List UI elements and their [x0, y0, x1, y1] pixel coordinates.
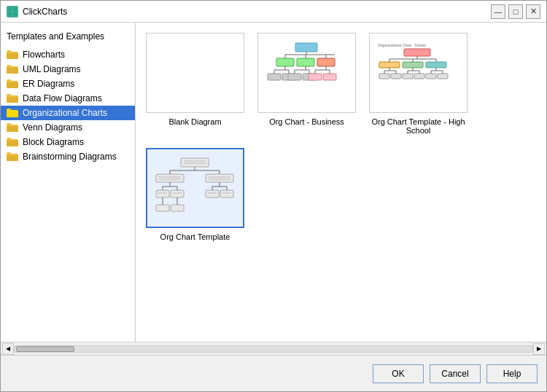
template-blank[interactable]: Blank Diagram [143, 30, 247, 138]
template-org-template[interactable]: Org Chart Template [143, 145, 247, 244]
close-button[interactable]: ✕ [526, 4, 540, 19]
svg-rect-46 [438, 74, 448, 79]
scrollbar-area: ◀ ▶ [1, 342, 546, 355]
sidebar-item-label: Data Flow Diagrams [23, 93, 102, 103]
svg-rect-43 [403, 74, 413, 79]
ok-button[interactable]: OK [373, 364, 424, 383]
svg-rect-6 [297, 58, 314, 66]
template-org-business[interactable]: Org Chart - Business [255, 30, 359, 138]
titlebar-left: ClickCharts [7, 6, 67, 17]
minimize-button[interactable]: — [491, 4, 505, 19]
svg-rect-3 [13, 12, 17, 16]
svg-rect-18 [323, 74, 336, 80]
svg-rect-5 [276, 58, 294, 66]
sidebar-item-label: ER Diagrams [23, 79, 74, 89]
svg-rect-78 [220, 190, 233, 197]
content-area: Templates and Examples Flowcharts UML Di… [1, 23, 546, 342]
help-button[interactable]: Help [486, 364, 538, 383]
bottom-bar: OK Cancel Help [1, 355, 546, 391]
main-window: ClickCharts — □ ✕ Templates and Examples… [0, 0, 547, 392]
folder-icon [7, 152, 18, 161]
scrollbar-track [14, 345, 533, 353]
svg-rect-4 [295, 43, 317, 52]
svg-rect-35 [426, 62, 446, 68]
titlebar: ClickCharts — □ ✕ [1, 1, 546, 23]
svg-rect-45 [426, 74, 436, 79]
svg-rect-59 [181, 158, 209, 167]
template-org-hs[interactable]: Organizational Chart - School [366, 30, 470, 138]
sidebar: Templates and Examples Flowcharts UML Di… [1, 23, 136, 342]
sidebar-item-brainstorming-diagrams[interactable]: Brainstorming Diagrams [1, 149, 135, 164]
template-label: Org Chart Template [160, 232, 230, 241]
svg-rect-42 [391, 74, 401, 79]
template-thumbnail [146, 148, 244, 228]
svg-rect-13 [268, 74, 281, 80]
svg-rect-65 [206, 174, 233, 182]
template-thumbnail: Organizational Chart - School [369, 33, 468, 113]
svg-rect-1 [13, 7, 17, 11]
sidebar-item-block-diagrams[interactable]: Block Diagrams [1, 135, 135, 149]
sidebar-item-organizational-charts[interactable]: Organizational Charts [1, 106, 135, 120]
svg-rect-72 [156, 190, 169, 197]
svg-rect-33 [379, 62, 400, 68]
svg-rect-74 [171, 190, 184, 197]
svg-rect-17 [309, 74, 322, 80]
sidebar-item-label: Organizational Charts [23, 108, 107, 118]
app-icon [7, 6, 18, 17]
svg-rect-7 [317, 58, 335, 66]
folder-icon [7, 123, 18, 132]
maximize-button[interactable]: □ [508, 4, 523, 19]
folder-icon [7, 94, 18, 103]
template-thumbnail [146, 33, 244, 113]
scroll-right-button[interactable]: ▶ [533, 343, 545, 355]
scroll-left-button[interactable]: ◀ [2, 343, 14, 355]
sidebar-item-label: Block Diagrams [23, 137, 84, 147]
sidebar-item-label: Venn Diagrams [23, 122, 82, 133]
window-title: ClickCharts [23, 7, 67, 17]
svg-rect-15 [288, 74, 301, 80]
templates-grid: Blank Diagram [143, 30, 539, 244]
folder-icon [7, 50, 18, 59]
sidebar-item-uml-diagrams[interactable]: UML Diagrams [1, 62, 135, 77]
folder-icon [7, 109, 18, 117]
template-thumbnail [257, 33, 356, 113]
svg-rect-88 [156, 205, 169, 211]
sidebar-item-venn-diagrams[interactable]: Venn Diagrams [1, 120, 135, 135]
main-panel: Blank Diagram [136, 23, 546, 342]
template-label: Org Chart Template - High School [369, 117, 468, 135]
folder-icon [7, 79, 18, 88]
svg-rect-0 [8, 7, 12, 11]
cancel-button[interactable]: Cancel [430, 364, 481, 383]
scrollbar-thumb[interactable] [16, 346, 74, 352]
svg-rect-76 [206, 190, 219, 197]
svg-rect-41 [379, 74, 389, 79]
sidebar-item-data-flow-diagrams[interactable]: Data Flow Diagrams [1, 91, 135, 106]
template-label: Org Chart - Business [269, 117, 344, 126]
titlebar-controls: — □ ✕ [491, 4, 540, 19]
sidebar-item-er-diagrams[interactable]: ER Diagrams [1, 77, 135, 91]
folder-icon [7, 138, 18, 146]
svg-rect-62 [156, 174, 184, 182]
template-label: Blank Diagram [168, 117, 221, 126]
svg-rect-44 [414, 74, 424, 79]
svg-rect-2 [8, 12, 12, 16]
sidebar-item-label: Flowcharts [23, 50, 65, 60]
sidebar-item-label: Brainstorming Diagrams [23, 152, 117, 162]
svg-rect-90 [171, 205, 184, 211]
sidebar-item-flowcharts[interactable]: Flowcharts [1, 47, 135, 62]
svg-rect-32 [404, 49, 430, 56]
svg-rect-34 [403, 62, 423, 68]
sidebar-item-label: UML Diagrams [23, 64, 81, 74]
sidebar-header: Templates and Examples [1, 28, 135, 47]
svg-text:Organizational Chart - School: Organizational Chart - School [378, 43, 426, 47]
folder-icon [7, 65, 18, 74]
